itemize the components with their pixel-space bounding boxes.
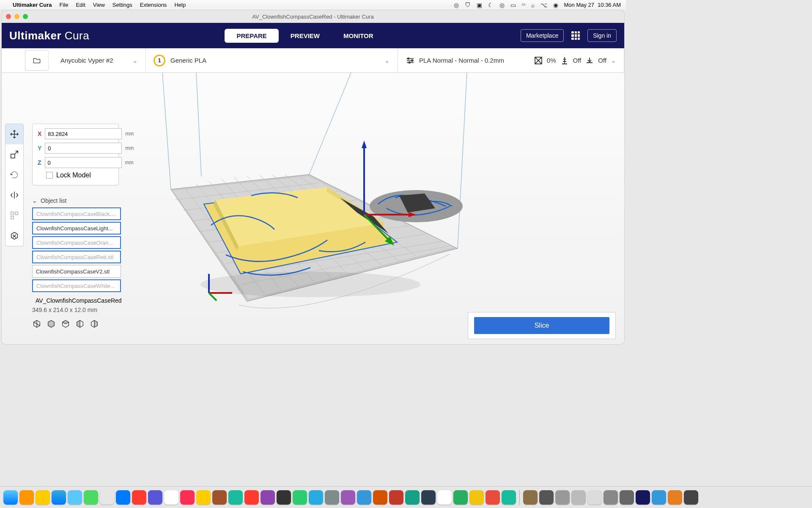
svg-line-12: [209, 181, 298, 286]
menubar-icon-1[interactable]: ◎: [454, 2, 459, 8]
svg-line-10: [184, 186, 264, 293]
plugins-grid-button[interactable]: [570, 30, 582, 41]
menubar-icon-battery[interactable]: ▭: [510, 2, 516, 8]
view-right-icon[interactable]: [90, 319, 99, 329]
viewport-area: X mm Y mm Z mm Lock Model ⌄: [2, 73, 624, 344]
object-list-title: Object list: [41, 197, 66, 204]
object-list-item[interactable]: ClownfishCompassCaseRed.stl: [32, 251, 121, 263]
window-minimize-button[interactable]: [14, 14, 19, 19]
object-list-panel: ⌄ Object list ClownfishCompassCaseBlack.…: [32, 197, 121, 329]
axis-z-label: Z: [38, 159, 41, 166]
svg-marker-37: [362, 141, 367, 148]
view-3d-icon[interactable]: [32, 319, 41, 329]
menu-edit[interactable]: Edit: [76, 2, 85, 8]
svg-line-21: [184, 191, 338, 210]
object-list-item[interactable]: ClownfishCompassCaseBlack....: [32, 207, 121, 220]
menubar-icon-control[interactable]: ⌥: [540, 2, 547, 8]
unit-mm: mm: [125, 145, 134, 151]
menu-settings[interactable]: Settings: [112, 2, 132, 8]
extruder-badge: 1: [154, 55, 165, 66]
infill-value: 0%: [547, 57, 556, 64]
menubar-date[interactable]: Mon May 27: [564, 2, 595, 8]
svg-line-14: [234, 177, 332, 279]
printer-selector[interactable]: Anycubic Vyper #2 ⌄: [53, 48, 146, 72]
svg-line-44: [209, 293, 217, 301]
profile-name: PLA Normal - Normal - 0.2mm: [419, 57, 504, 64]
slice-panel: Slice: [468, 312, 616, 339]
support-icon: [560, 56, 569, 65]
svg-marker-41: [385, 236, 394, 246]
object-list-item[interactable]: ClownfishCompassCaseOran...: [32, 236, 121, 249]
menubar-icon-airdrop[interactable]: ◎: [499, 2, 505, 8]
svg-line-5: [309, 73, 351, 174]
tool-mirror[interactable]: [5, 185, 23, 205]
position-x-input[interactable]: [45, 128, 122, 139]
tool-scale[interactable]: [5, 144, 23, 165]
menubar-time[interactable]: 10:36 AM: [598, 2, 621, 8]
tool-rotate[interactable]: [5, 165, 23, 185]
print-profile-selector[interactable]: PLA Normal - Normal - 0.2mm 0% Off Off ⌄: [398, 48, 624, 72]
view-front-icon[interactable]: [47, 319, 56, 329]
object-list-item[interactable]: ClownfishCompassCaseWhite...: [32, 279, 121, 292]
svg-line-23: [200, 208, 376, 232]
svg-line-26: [226, 234, 429, 263]
position-y-input[interactable]: [45, 143, 122, 154]
app-header: Ultimaker Cura PREPARE PREVIEW MONITOR M…: [2, 23, 624, 48]
svg-rect-49: [11, 216, 14, 219]
lock-model-checkbox[interactable]: [46, 172, 53, 179]
svg-rect-48: [15, 212, 18, 215]
svg-marker-39: [409, 212, 416, 217]
open-file-button[interactable]: [25, 50, 49, 71]
svg-line-22: [192, 200, 357, 221]
menubar-icon-wifi[interactable]: ⌔: [522, 2, 525, 8]
move-panel: X mm Y mm Z mm Lock Model: [32, 124, 119, 185]
menubar-icon-moon[interactable]: ☾: [488, 2, 494, 8]
object-list-item[interactable]: ClownfishCompassCaseV2.stl: [32, 265, 121, 278]
svg-marker-35: [399, 193, 435, 213]
menu-view[interactable]: View: [93, 2, 105, 8]
object-list-header[interactable]: ⌄ Object list: [32, 197, 121, 204]
position-z-input[interactable]: [45, 157, 122, 168]
printer-name: Anycubic Vyper #2: [60, 57, 113, 64]
axis-y-label: Y: [38, 145, 41, 152]
tool-move[interactable]: [5, 124, 23, 144]
menu-extensions[interactable]: Extensions: [140, 2, 167, 8]
menu-help[interactable]: Help: [174, 2, 186, 8]
window-close-button[interactable]: [6, 14, 11, 19]
svg-marker-32: [326, 187, 384, 227]
menubar-icon-search[interactable]: ⌕: [531, 2, 535, 8]
svg-marker-31: [214, 200, 239, 251]
svg-line-19: [298, 175, 416, 256]
slice-button[interactable]: Slice: [474, 317, 609, 334]
svg-line-11: [196, 184, 281, 290]
menubar-icon-siri[interactable]: ◉: [553, 2, 558, 8]
tool-support-blocker[interactable]: [5, 226, 23, 246]
svg-line-27: [234, 241, 444, 274]
tab-monitor[interactable]: MONITOR: [332, 29, 385, 43]
menubar-appname[interactable]: Ultimaker Cura: [13, 2, 52, 8]
svg-marker-30: [215, 187, 384, 246]
marketplace-button[interactable]: Marketplace: [521, 29, 564, 42]
view-left-icon[interactable]: [75, 319, 85, 329]
material-selector[interactable]: 1 Generic PLA ⌄: [146, 48, 398, 72]
menubar-icon-doc[interactable]: ▣: [477, 2, 482, 8]
chevron-down-icon: ⌄: [611, 57, 616, 64]
object-list-item[interactable]: ClownfishCompassCaseLight...: [32, 222, 121, 235]
menubar-icon-shield[interactable]: ⛉: [465, 2, 471, 8]
svg-line-7: [196, 73, 201, 177]
selection-dimensions: 349.6 x 214.0 x 12.0 mm: [32, 306, 121, 313]
svg-line-16: [260, 175, 365, 270]
svg-marker-29: [204, 189, 397, 274]
svg-line-17: [272, 175, 382, 265]
menu-file[interactable]: File: [59, 2, 68, 8]
project-name: AV_ClownfishCompassCaseRed: [36, 297, 122, 304]
tab-prepare[interactable]: PREPARE: [225, 29, 278, 43]
window-maximize-button[interactable]: [23, 14, 28, 19]
tab-preview[interactable]: PREVIEW: [279, 29, 332, 43]
svg-line-13: [222, 179, 315, 282]
signin-button[interactable]: Sign in: [587, 29, 617, 42]
macos-menubar: Ultimaker Cura File Edit View Settings E…: [0, 0, 626, 10]
lock-model-label: Lock Model: [56, 171, 91, 179]
view-top-icon[interactable]: [61, 319, 70, 329]
axis-x-label: X: [38, 130, 41, 137]
